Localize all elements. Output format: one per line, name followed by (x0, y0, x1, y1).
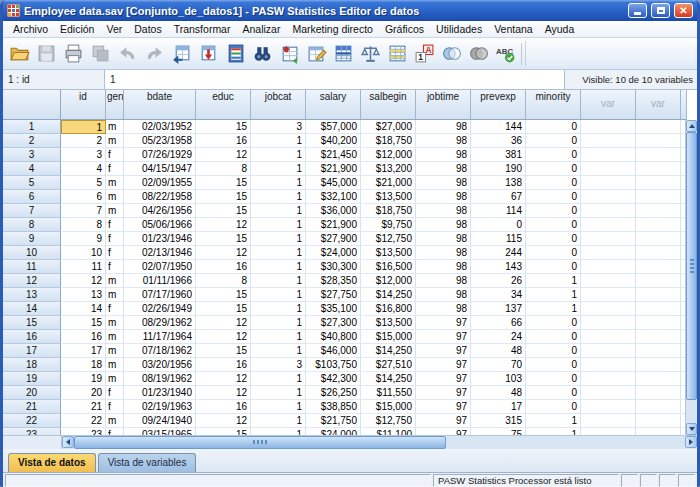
grid-cell[interactable]: $13,500 (361, 246, 416, 260)
grid-cell[interactable]: $32,100 (306, 190, 361, 204)
row-number-header[interactable]: 2 (3, 134, 61, 148)
vertical-scroll-track[interactable] (686, 400, 697, 423)
grid-cell[interactable] (581, 190, 636, 204)
grid-cell[interactable]: 1 (526, 428, 581, 435)
grid-cell[interactable]: 1 (251, 330, 306, 344)
grid-cell[interactable]: 14 (61, 302, 106, 316)
grid-cell[interactable]: 144 (471, 120, 526, 134)
split-file-button[interactable] (330, 41, 356, 66)
grid-cell[interactable]: 12 (196, 414, 251, 428)
grid-cell[interactable]: $11,550 (361, 386, 416, 400)
grid-cell[interactable]: 12 (196, 148, 251, 162)
grid-cell[interactable]: 11 (61, 260, 106, 274)
grid-cell[interactable]: $12,750 (361, 414, 416, 428)
grid-cell[interactable]: 0 (526, 358, 581, 372)
grid-cell[interactable]: 97 (416, 344, 471, 358)
recall-dialogs-button[interactable] (87, 41, 113, 66)
grid-cell[interactable]: 02/13/1946 (124, 246, 196, 260)
grid-cell[interactable]: 20 (61, 386, 106, 400)
grid-cell[interactable]: $27,000 (361, 120, 416, 134)
scroll-down-button[interactable] (686, 423, 697, 435)
grid-cell[interactable]: 07/17/1960 (124, 288, 196, 302)
scroll-left-button[interactable] (62, 436, 74, 448)
grid-cell[interactable]: 02/09/1955 (124, 176, 196, 190)
grid-cell[interactable]: 01/23/1940 (124, 386, 196, 400)
grid-cell[interactable]: 36 (471, 134, 526, 148)
grid-cell[interactable]: 48 (471, 344, 526, 358)
grid-cell[interactable]: 15 (61, 316, 106, 330)
grid-cell[interactable]: 315 (471, 414, 526, 428)
grid-cell[interactable]: 97 (416, 358, 471, 372)
grid-cell[interactable]: f (106, 302, 124, 316)
menu-archivo[interactable]: Archivo (7, 22, 54, 36)
grid-cell[interactable] (636, 274, 681, 288)
grid-cell[interactable]: 12 (196, 246, 251, 260)
grid-cell[interactable]: $15,000 (361, 330, 416, 344)
grid-cell[interactable]: 12 (196, 372, 251, 386)
grid-cell[interactable]: 9 (61, 232, 106, 246)
grid-cell[interactable]: $21,000 (361, 176, 416, 190)
print-button[interactable] (60, 41, 86, 66)
grid-cell[interactable] (636, 176, 681, 190)
grid-cell[interactable]: $9,750 (361, 218, 416, 232)
grid-cell[interactable]: $18,750 (361, 204, 416, 218)
grid-cell[interactable]: 18 (61, 358, 106, 372)
grid-cell[interactable] (581, 316, 636, 330)
grid-cell[interactable]: 01/11/1966 (124, 274, 196, 288)
variables-button[interactable] (222, 41, 248, 66)
close-button[interactable]: ✕ (674, 3, 693, 18)
grid-cell[interactable]: $24,000 (306, 428, 361, 435)
grid-cell[interactable]: m (106, 190, 124, 204)
save-button[interactable] (33, 41, 59, 66)
grid-cell[interactable]: m (106, 358, 124, 372)
grid-cell[interactable]: 17 (61, 344, 106, 358)
grid-cell[interactable]: 0 (526, 162, 581, 176)
grid-cell[interactable]: 15 (196, 232, 251, 246)
grid-cell[interactable]: $21,750 (306, 414, 361, 428)
grid-cell[interactable]: 16 (196, 260, 251, 274)
grid-cell[interactable] (581, 120, 636, 134)
grid-cell[interactable]: 0 (526, 372, 581, 386)
grid-cell[interactable] (636, 232, 681, 246)
grid-cell[interactable]: $13,500 (361, 316, 416, 330)
grid-cell[interactable]: 15 (196, 190, 251, 204)
grid-cell[interactable]: 6 (61, 190, 106, 204)
grid-cell[interactable]: 1 (251, 372, 306, 386)
column-header-var[interactable]: var (581, 90, 636, 120)
grid-cell[interactable] (636, 162, 681, 176)
column-header-bdate[interactable]: bdate (124, 90, 196, 120)
grid-cell[interactable]: m (106, 274, 124, 288)
grid-cell[interactable]: 0 (526, 148, 581, 162)
grid-cell[interactable]: 98 (416, 274, 471, 288)
grid-cell[interactable]: 97 (416, 316, 471, 330)
grid-cell[interactable] (581, 246, 636, 260)
column-header-minority[interactable]: minority (526, 90, 581, 120)
tab-data-view[interactable]: Vista de datos (8, 453, 96, 472)
grid-cell[interactable] (636, 120, 681, 134)
grid-cell[interactable]: 15 (196, 428, 251, 435)
grid-cell[interactable]: 12 (196, 218, 251, 232)
grid-cell[interactable]: 98 (416, 260, 471, 274)
grid-cell[interactable]: $13,500 (361, 190, 416, 204)
grid-cell[interactable]: 114 (471, 204, 526, 218)
grid-cell[interactable]: 03/20/1956 (124, 358, 196, 372)
grid-cell[interactable] (581, 302, 636, 316)
grid-cell[interactable]: f (106, 148, 124, 162)
grid-cell[interactable]: 3 (251, 358, 306, 372)
show-all-variables-button[interactable] (465, 41, 491, 66)
grid-cell[interactable]: 1 (251, 218, 306, 232)
grid-cell[interactable]: 21 (61, 400, 106, 414)
scroll-up-button[interactable] (686, 120, 697, 132)
grid-cell[interactable]: 05/06/1966 (124, 218, 196, 232)
grid-cell[interactable]: 75 (471, 428, 526, 435)
grid-cell[interactable]: 97 (416, 428, 471, 435)
grid-cell[interactable]: 48 (471, 386, 526, 400)
grid-cell[interactable]: 190 (471, 162, 526, 176)
grid-cell[interactable] (636, 134, 681, 148)
grid-cell[interactable] (636, 316, 681, 330)
grid-cell[interactable]: 98 (416, 204, 471, 218)
grid-cell[interactable] (636, 372, 681, 386)
grid-cell[interactable] (581, 414, 636, 428)
row-number-header[interactable]: 18 (3, 358, 61, 372)
column-header-var[interactable]: var (636, 90, 681, 120)
